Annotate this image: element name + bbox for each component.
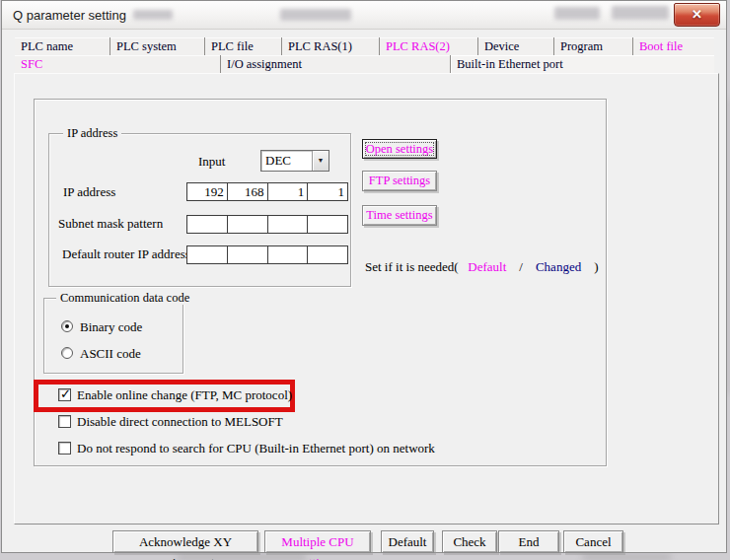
ip-octet-4[interactable]: 1: [307, 183, 347, 200]
time-settings-button[interactable]: Time settings: [362, 205, 437, 226]
subnet-mask-field[interactable]: [186, 215, 348, 234]
subnet-octet-4[interactable]: [307, 216, 347, 233]
router-octet-3[interactable]: [267, 246, 308, 263]
note-changed: Changed: [536, 259, 581, 274]
ip-octet-3[interactable]: 1: [267, 183, 308, 200]
enable-online-change-checkbox[interactable]: [58, 388, 71, 401]
close-button[interactable]: ✕: [674, 3, 720, 27]
set-if-needed-note: Set if it is needed( Default / Changed ): [365, 259, 599, 275]
end-label: End: [519, 534, 540, 549]
ftp-settings-label: FTP settings: [369, 174, 430, 187]
default-label: Default: [389, 534, 427, 549]
background-window-fragment: [612, 6, 669, 20]
note-suffix: ): [594, 259, 598, 274]
ip-address-group-title: IP address: [63, 126, 121, 140]
tab-label: Device: [484, 39, 519, 53]
tab-boot-file[interactable]: Boot file: [632, 37, 714, 55]
close-icon: ✕: [692, 7, 702, 22]
tab-plc-system[interactable]: PLC system: [110, 37, 204, 55]
tab-label: PLC name: [21, 39, 73, 53]
background-window-fragment: [280, 9, 351, 21]
tab-label: SFC: [21, 57, 42, 71]
background-window-fragment: [554, 7, 600, 20]
ip-octet-1[interactable]: 192: [187, 183, 227, 200]
background-window-fragment: [582, 554, 671, 560]
open-settings-button[interactable]: Open settings: [362, 139, 437, 159]
input-format-value: DEC: [261, 151, 312, 171]
time-settings-label: Time settings: [366, 208, 432, 222]
cancel-button[interactable]: Cancel: [563, 530, 623, 553]
title-bar[interactable]: Q parameter setting ✕: [2, 1, 726, 30]
subnet-octet-3[interactable]: [267, 216, 308, 233]
chevron-down-icon[interactable]: ▼: [312, 151, 328, 171]
router-octet-2[interactable]: [227, 246, 267, 263]
router-octet-1[interactable]: [187, 246, 227, 263]
disable-direct-connection-checkbox[interactable]: [58, 415, 71, 428]
binary-code-radio[interactable]: [61, 320, 73, 332]
tab-label: PLC system: [116, 39, 177, 53]
subnet-octet-2[interactable]: [227, 216, 267, 233]
note-default: Default: [468, 259, 506, 274]
do-not-respond-search-checkbox[interactable]: [58, 442, 71, 455]
input-format-select[interactable]: DEC ▼: [260, 150, 329, 172]
ascii-code-radio[interactable]: [61, 347, 73, 359]
ip-octet-2[interactable]: 168: [227, 183, 267, 200]
communication-group-title: Communication data code: [56, 291, 193, 305]
ascii-code-label: ASCII code: [80, 346, 141, 362]
tab-sfc[interactable]: SFC: [15, 55, 220, 73]
end-button[interactable]: End: [498, 530, 559, 553]
input-label: Input: [198, 154, 225, 170]
tab-label: Program: [560, 39, 603, 53]
tab-plc-file[interactable]: PLC file: [204, 37, 281, 55]
default-router-field[interactable]: [186, 245, 348, 264]
tab-io-assignment[interactable]: I/O assignment: [220, 55, 450, 73]
enable-online-change-label: Enable online change (FTP, MC protocol): [77, 387, 292, 403]
ftp-settings-button[interactable]: FTP settings: [362, 171, 437, 191]
subnet-octet-1[interactable]: [187, 216, 227, 233]
binary-code-label: Binary code: [80, 319, 142, 335]
subnet-mask-label: Subnet mask pattern: [58, 216, 163, 232]
tab-built-in-ethernet-port[interactable]: Built-in Ethernet port: [450, 55, 714, 74]
ip-address-field[interactable]: 192 168 1 1: [186, 182, 348, 201]
background-window-fragment: [133, 10, 173, 20]
tab-label: Built-in Ethernet port: [457, 57, 563, 71]
tab-label: PLC RAS(1): [288, 39, 352, 53]
tab-label: PLC RAS(2): [386, 39, 450, 53]
note-prefix: Set if it is needed(: [365, 259, 459, 274]
default-router-label: Default router IP address: [62, 246, 190, 262]
tab-plc-name[interactable]: PLC name: [15, 37, 110, 55]
cancel-label: Cancel: [575, 534, 611, 549]
tab-label: I/O assignment: [227, 57, 302, 71]
window-title: Q parameter setting: [13, 8, 126, 23]
tab-plc-ras1[interactable]: PLC RAS(1): [281, 37, 379, 55]
ip-address-label: IP address: [63, 184, 115, 200]
note-separator: /: [519, 259, 523, 274]
check-button[interactable]: Check: [442, 530, 497, 553]
check-label: Check: [453, 534, 485, 549]
q-parameter-setting-dialog: Q parameter setting ✕ PLC name PLC syste…: [1, 0, 727, 553]
disable-direct-connection-label: Disable direct connection to MELSOFT: [77, 414, 283, 430]
do-not-respond-search-label: Do not respond to search for CPU (Built-…: [77, 441, 435, 456]
multiple-cpu-settings-button[interactable]: Multiple CPU settings: [264, 530, 371, 553]
open-settings-label: Open settings: [366, 142, 433, 156]
tab-device[interactable]: Device: [477, 37, 553, 55]
acknowledge-xy-assignment-button[interactable]: Acknowledge XY assignment: [112, 530, 258, 553]
tab-label: Boot file: [639, 39, 683, 53]
tab-plc-ras2[interactable]: PLC RAS(2): [379, 37, 477, 55]
default-button[interactable]: Default: [381, 530, 434, 553]
router-octet-4[interactable]: [307, 246, 347, 263]
tab-label: PLC file: [211, 39, 254, 53]
tab-program[interactable]: Program: [553, 37, 632, 55]
communication-data-code-group: Communication data code: [43, 298, 183, 374]
